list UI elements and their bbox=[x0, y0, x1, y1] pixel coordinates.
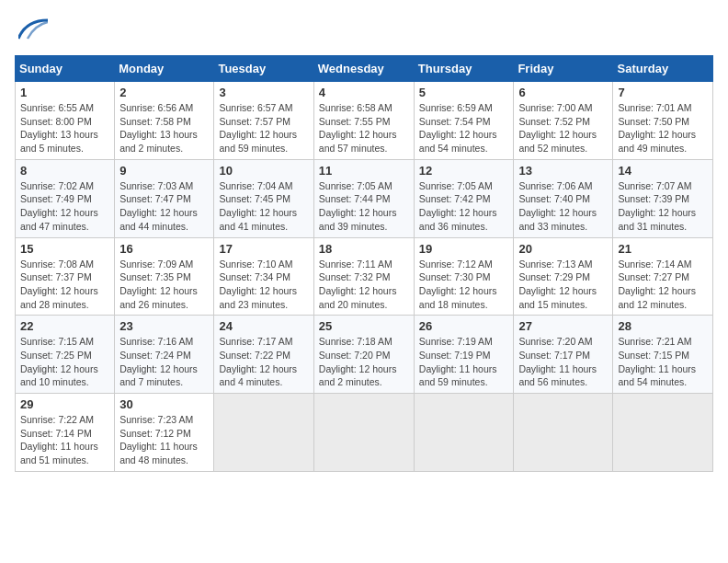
day-info: Sunrise: 7:11 AMSunset: 7:32 PMDaylight:… bbox=[319, 258, 409, 312]
day-number: 30 bbox=[119, 397, 209, 411]
page-header bbox=[15, 15, 713, 48]
day-number: 17 bbox=[219, 242, 308, 256]
week-row-1: 1Sunrise: 6:55 AMSunset: 8:00 PMDaylight… bbox=[16, 82, 713, 160]
day-number: 23 bbox=[119, 319, 209, 333]
day-number: 10 bbox=[219, 164, 308, 178]
day-info: Sunrise: 7:20 AMSunset: 7:17 PMDaylight:… bbox=[518, 335, 608, 389]
day-header-thursday: Thursday bbox=[414, 56, 514, 82]
day-info: Sunrise: 7:22 AMSunset: 7:14 PMDaylight:… bbox=[20, 413, 109, 467]
day-number: 20 bbox=[518, 242, 608, 256]
day-number: 28 bbox=[618, 319, 708, 333]
day-number: 19 bbox=[419, 242, 509, 256]
day-info: Sunrise: 6:58 AMSunset: 7:55 PMDaylight:… bbox=[319, 101, 409, 155]
day-info: Sunrise: 7:15 AMSunset: 7:25 PMDaylight:… bbox=[20, 335, 109, 389]
day-cell-26: 26Sunrise: 7:19 AMSunset: 7:19 PMDayligh… bbox=[414, 316, 514, 394]
day-info: Sunrise: 7:09 AMSunset: 7:35 PMDaylight:… bbox=[119, 258, 209, 312]
day-info: Sunrise: 7:07 AMSunset: 7:39 PMDaylight:… bbox=[618, 179, 708, 234]
day-info: Sunrise: 7:23 AMSunset: 7:12 PMDaylight:… bbox=[119, 413, 209, 467]
day-cell-22: 22Sunrise: 7:15 AMSunset: 7:25 PMDayligh… bbox=[16, 316, 115, 394]
calendar-table: SundayMondayTuesdayWednesdayThursdayFrid… bbox=[15, 55, 713, 472]
week-row-4: 22Sunrise: 7:15 AMSunset: 7:25 PMDayligh… bbox=[16, 316, 713, 394]
day-number: 5 bbox=[419, 86, 509, 99]
day-info: Sunrise: 7:18 AMSunset: 7:20 PMDaylight:… bbox=[319, 335, 409, 389]
day-cell-12: 12Sunrise: 7:05 AMSunset: 7:42 PMDayligh… bbox=[414, 159, 514, 237]
day-header-tuesday: Tuesday bbox=[214, 56, 313, 82]
day-number: 2 bbox=[119, 86, 209, 99]
day-cell-20: 20Sunrise: 7:13 AMSunset: 7:29 PMDayligh… bbox=[514, 237, 613, 316]
day-cell-2: 2Sunrise: 6:56 AMSunset: 7:58 PMDaylight… bbox=[115, 82, 214, 160]
empty-cell bbox=[514, 394, 613, 472]
day-number: 9 bbox=[119, 164, 209, 178]
empty-cell bbox=[613, 394, 713, 472]
day-cell-21: 21Sunrise: 7:14 AMSunset: 7:27 PMDayligh… bbox=[613, 237, 713, 316]
day-number: 16 bbox=[119, 242, 209, 256]
day-header-wednesday: Wednesday bbox=[313, 56, 414, 82]
empty-cell bbox=[414, 394, 514, 472]
day-cell-23: 23Sunrise: 7:16 AMSunset: 7:24 PMDayligh… bbox=[115, 316, 214, 394]
day-cell-27: 27Sunrise: 7:20 AMSunset: 7:17 PMDayligh… bbox=[514, 316, 613, 394]
day-number: 29 bbox=[20, 397, 109, 411]
day-number: 8 bbox=[20, 164, 109, 178]
day-number: 12 bbox=[419, 164, 509, 178]
day-info: Sunrise: 7:13 AMSunset: 7:29 PMDaylight:… bbox=[518, 258, 608, 312]
day-cell-11: 11Sunrise: 7:05 AMSunset: 7:44 PMDayligh… bbox=[313, 159, 414, 237]
day-cell-15: 15Sunrise: 7:08 AMSunset: 7:37 PMDayligh… bbox=[16, 237, 115, 316]
day-number: 14 bbox=[618, 164, 708, 178]
day-cell-5: 5Sunrise: 6:59 AMSunset: 7:54 PMDaylight… bbox=[414, 82, 514, 160]
day-cell-16: 16Sunrise: 7:09 AMSunset: 7:35 PMDayligh… bbox=[115, 237, 214, 316]
day-cell-10: 10Sunrise: 7:04 AMSunset: 7:45 PMDayligh… bbox=[214, 159, 313, 237]
day-info: Sunrise: 7:02 AMSunset: 7:49 PMDaylight:… bbox=[20, 179, 109, 234]
day-number: 1 bbox=[20, 86, 109, 99]
day-cell-30: 30Sunrise: 7:23 AMSunset: 7:12 PMDayligh… bbox=[115, 394, 214, 472]
calendar-header-row: SundayMondayTuesdayWednesdayThursdayFrid… bbox=[16, 56, 713, 82]
day-cell-18: 18Sunrise: 7:11 AMSunset: 7:32 PMDayligh… bbox=[313, 237, 414, 316]
day-info: Sunrise: 7:06 AMSunset: 7:40 PMDaylight:… bbox=[518, 179, 608, 234]
day-cell-9: 9Sunrise: 7:03 AMSunset: 7:47 PMDaylight… bbox=[115, 159, 214, 237]
day-cell-28: 28Sunrise: 7:21 AMSunset: 7:15 PMDayligh… bbox=[613, 316, 713, 394]
day-info: Sunrise: 7:04 AMSunset: 7:45 PMDaylight:… bbox=[219, 179, 308, 234]
day-header-friday: Friday bbox=[514, 56, 613, 82]
day-number: 11 bbox=[319, 164, 409, 178]
day-cell-6: 6Sunrise: 7:00 AMSunset: 7:52 PMDaylight… bbox=[514, 82, 613, 160]
day-info: Sunrise: 7:05 AMSunset: 7:42 PMDaylight:… bbox=[419, 179, 509, 234]
logo-icon bbox=[18, 15, 48, 44]
day-number: 15 bbox=[20, 242, 109, 256]
day-number: 27 bbox=[518, 319, 608, 333]
day-info: Sunrise: 6:55 AMSunset: 8:00 PMDaylight:… bbox=[20, 101, 109, 155]
day-info: Sunrise: 7:19 AMSunset: 7:19 PMDaylight:… bbox=[419, 335, 509, 389]
day-number: 4 bbox=[319, 86, 409, 99]
day-info: Sunrise: 7:10 AMSunset: 7:34 PMDaylight:… bbox=[219, 258, 308, 312]
day-info: Sunrise: 6:57 AMSunset: 7:57 PMDaylight:… bbox=[219, 101, 308, 155]
day-number: 3 bbox=[219, 86, 308, 99]
day-info: Sunrise: 6:56 AMSunset: 7:58 PMDaylight:… bbox=[119, 101, 209, 155]
day-number: 24 bbox=[219, 319, 308, 333]
day-cell-24: 24Sunrise: 7:17 AMSunset: 7:22 PMDayligh… bbox=[214, 316, 313, 394]
day-info: Sunrise: 7:05 AMSunset: 7:44 PMDaylight:… bbox=[319, 179, 409, 234]
day-number: 13 bbox=[518, 164, 608, 178]
day-header-sunday: Sunday bbox=[16, 56, 115, 82]
day-cell-1: 1Sunrise: 6:55 AMSunset: 8:00 PMDaylight… bbox=[16, 82, 115, 160]
day-header-saturday: Saturday bbox=[613, 56, 713, 82]
day-info: Sunrise: 7:03 AMSunset: 7:47 PMDaylight:… bbox=[119, 179, 209, 234]
day-info: Sunrise: 7:21 AMSunset: 7:15 PMDaylight:… bbox=[618, 335, 708, 389]
week-row-3: 15Sunrise: 7:08 AMSunset: 7:37 PMDayligh… bbox=[16, 237, 713, 316]
day-info: Sunrise: 7:17 AMSunset: 7:22 PMDaylight:… bbox=[219, 335, 308, 389]
day-number: 21 bbox=[618, 242, 708, 256]
week-row-2: 8Sunrise: 7:02 AMSunset: 7:49 PMDaylight… bbox=[16, 159, 713, 237]
day-cell-4: 4Sunrise: 6:58 AMSunset: 7:55 PMDaylight… bbox=[313, 82, 414, 160]
day-info: Sunrise: 7:16 AMSunset: 7:24 PMDaylight:… bbox=[119, 335, 209, 389]
logo bbox=[15, 15, 48, 48]
week-row-5: 29Sunrise: 7:22 AMSunset: 7:14 PMDayligh… bbox=[16, 394, 713, 472]
day-cell-8: 8Sunrise: 7:02 AMSunset: 7:49 PMDaylight… bbox=[16, 159, 115, 237]
day-cell-13: 13Sunrise: 7:06 AMSunset: 7:40 PMDayligh… bbox=[514, 159, 613, 237]
day-number: 18 bbox=[319, 242, 409, 256]
day-cell-3: 3Sunrise: 6:57 AMSunset: 7:57 PMDaylight… bbox=[214, 82, 313, 160]
day-info: Sunrise: 7:00 AMSunset: 7:52 PMDaylight:… bbox=[518, 101, 608, 155]
empty-cell bbox=[313, 394, 414, 472]
day-cell-29: 29Sunrise: 7:22 AMSunset: 7:14 PMDayligh… bbox=[16, 394, 115, 472]
day-cell-14: 14Sunrise: 7:07 AMSunset: 7:39 PMDayligh… bbox=[613, 159, 713, 237]
day-cell-25: 25Sunrise: 7:18 AMSunset: 7:20 PMDayligh… bbox=[313, 316, 414, 394]
empty-cell bbox=[214, 394, 313, 472]
day-cell-7: 7Sunrise: 7:01 AMSunset: 7:50 PMDaylight… bbox=[613, 82, 713, 160]
day-header-monday: Monday bbox=[115, 56, 214, 82]
